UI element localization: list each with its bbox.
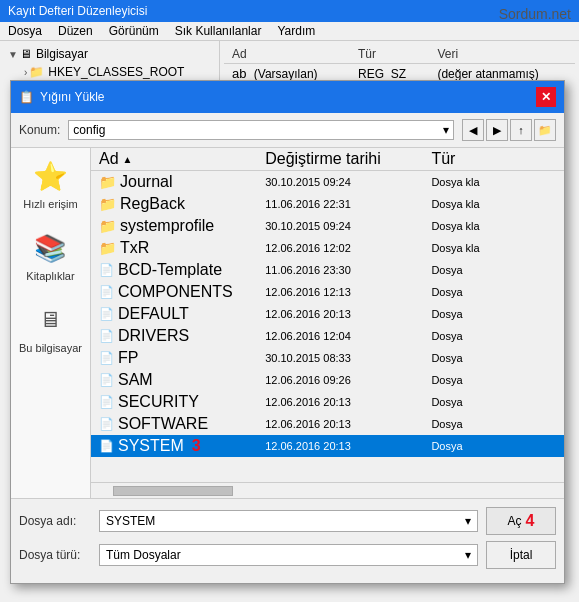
dialog-footer: Dosya adı: SYSTEM ▾ Aç 4 Dosya türü: Tüm…: [11, 498, 564, 583]
folder-icon: 📁: [99, 174, 116, 190]
file-row[interactable]: 📁 RegBack 11.06.2016 22:31 Dosya kla: [91, 193, 564, 215]
filename-chevron-icon: ▾: [465, 514, 471, 528]
file-icon: 📄: [99, 351, 114, 365]
file-row[interactable]: 📄 COMPONENTS 12.06.2016 12:13 Dosya: [91, 281, 564, 303]
file-row[interactable]: 📄 DEFAULT 12.06.2016 20:13 Dosya: [91, 303, 564, 325]
file-row[interactable]: 📄 BCD-Template 11.06.2016 23:30 Dosya: [91, 259, 564, 281]
file-type: Dosya: [431, 418, 556, 430]
file-row[interactable]: 📄 SYSTEM 3 12.06.2016 20:13 Dosya: [91, 435, 564, 457]
file-date: 11.06.2016 22:31: [265, 198, 431, 210]
file-row[interactable]: 📁 Journal 30.10.2015 09:24 Dosya kla: [91, 171, 564, 193]
file-row[interactable]: 📄 SECURITY 12.06.2016 20:13 Dosya: [91, 391, 564, 413]
menu-sik[interactable]: Sık Kullanılanlar: [175, 24, 262, 38]
file-type: Dosya: [431, 396, 556, 408]
header-type[interactable]: Tür: [431, 150, 556, 168]
location-value: config: [73, 123, 105, 137]
file-list-header: Ad ▲ Değiştirme tarihi Tür: [91, 148, 564, 171]
file-rows-container: 📁 Journal 30.10.2015 09:24 Dosya kla 📁 R…: [91, 171, 564, 482]
filename-label: Dosya adı:: [19, 514, 99, 528]
open-button[interactable]: Aç 4: [486, 507, 556, 535]
file-name: FP: [118, 349, 138, 367]
sordum-logo: Sordum.net: [499, 6, 571, 22]
sidebar-label-lib: Kitaplıklar: [26, 270, 74, 282]
computer-icon: 🖥: [20, 47, 32, 61]
file-icon: 📄: [99, 263, 114, 277]
forward-button[interactable]: ▶: [486, 119, 508, 141]
back-button[interactable]: ◀: [462, 119, 484, 141]
file-type: Dosya kla: [431, 242, 556, 254]
filename-combo[interactable]: SYSTEM ▾: [99, 510, 478, 532]
sort-arrow-icon: ▲: [123, 154, 133, 165]
col-type: Tür: [350, 45, 429, 64]
dialog-icon: 📋: [19, 90, 34, 104]
horizontal-scrollbar[interactable]: [91, 482, 564, 498]
filetype-value: Tüm Dosyalar: [106, 548, 181, 562]
file-date: 12.06.2016 20:13: [265, 396, 431, 408]
filetype-row: Dosya türü: Tüm Dosyalar ▾ İptal: [19, 541, 556, 569]
toolbar-buttons: ◀ ▶ ↑ 📁: [462, 119, 556, 141]
filename-row: Dosya adı: SYSTEM ▾ Aç 4: [19, 507, 556, 535]
registry-title-bar: Kayıt Defteri Düzenleyicisi Sordum.net: [0, 0, 579, 22]
header-date[interactable]: Değiştirme tarihi: [265, 150, 431, 168]
file-name: SOFTWARE: [118, 415, 208, 433]
file-row[interactable]: 📄 SAM 12.06.2016 09:26 Dosya: [91, 369, 564, 391]
computer-nav-icon: 🖥: [32, 302, 68, 338]
star-icon: ⭐: [32, 158, 68, 194]
col-data: Veri: [429, 45, 575, 64]
file-type: Dosya: [431, 374, 556, 386]
sidebar-label-pc: Bu bilgisayar: [19, 342, 82, 354]
filetype-combo[interactable]: Tüm Dosyalar ▾: [99, 544, 478, 566]
file-date: 12.06.2016 12:04: [265, 330, 431, 342]
sidebar-item-hizli-erisim[interactable]: ⭐ Hızlı erişim: [23, 158, 77, 210]
file-row[interactable]: 📄 DRIVERS 12.06.2016 12:04 Dosya: [91, 325, 564, 347]
file-date: 12.06.2016 09:26: [265, 374, 431, 386]
file-name: SAM: [118, 371, 153, 389]
file-icon: 📄: [99, 439, 114, 453]
file-type: Dosya kla: [431, 220, 556, 232]
menu-dosya[interactable]: Dosya: [8, 24, 42, 38]
col-name: Ad: [224, 45, 350, 64]
tree-item-hkcr[interactable]: › 📁 HKEY_CLASSES_ROOT: [20, 63, 215, 81]
menu-bar: Dosya Düzen Görünüm Sık Kullanılanlar Ya…: [0, 22, 579, 41]
scroll-thumb[interactable]: [113, 486, 233, 496]
file-name: COMPONENTS: [118, 283, 233, 301]
file-list-area: Ad ▲ Değiştirme tarihi Tür 📁 Journal 30.…: [91, 148, 564, 498]
file-name: DEFAULT: [118, 305, 189, 323]
file-type: Dosya kla: [431, 176, 556, 188]
file-row[interactable]: 📄 SOFTWARE 12.06.2016 20:13 Dosya: [91, 413, 564, 435]
file-name: RegBack: [120, 195, 185, 213]
file-type: Dosya: [431, 286, 556, 298]
location-combo[interactable]: config ▾: [68, 120, 454, 140]
menu-duzen[interactable]: Düzen: [58, 24, 93, 38]
library-icon: 📚: [32, 230, 68, 266]
file-date: 12.06.2016 20:13: [265, 418, 431, 430]
menu-yardim[interactable]: Yardım: [277, 24, 315, 38]
dialog-main: ⭐ Hızlı erişim 📚 Kitaplıklar 🖥 Bu bilgis…: [11, 148, 564, 498]
expand-arrow: ▼: [8, 49, 18, 60]
registry-title: Kayıt Defteri Düzenleyicisi: [8, 4, 147, 18]
sidebar-item-bu-bilgisayar[interactable]: 🖥 Bu bilgisayar: [19, 302, 82, 354]
header-name[interactable]: Ad ▲: [99, 150, 265, 168]
tree-root[interactable]: ▼ 🖥 Bilgisayar: [4, 45, 215, 63]
file-row[interactable]: 📁 systemprofile 30.10.2015 09:24 Dosya k…: [91, 215, 564, 237]
cancel-button[interactable]: İptal: [486, 541, 556, 569]
open-badge: 4: [526, 512, 535, 530]
new-folder-button[interactable]: 📁: [534, 119, 556, 141]
close-button[interactable]: ✕: [536, 87, 556, 107]
file-icon: 📄: [99, 395, 114, 409]
dialog-title: Yığını Yükle: [40, 90, 105, 104]
file-name: Journal: [120, 173, 172, 191]
file-date: 30.10.2015 09:24: [265, 176, 431, 188]
file-icon: 📄: [99, 373, 114, 387]
menu-gorunum[interactable]: Görünüm: [109, 24, 159, 38]
file-row[interactable]: 📁 TxR 12.06.2016 12:02 Dosya kla: [91, 237, 564, 259]
file-type: Dosya kla: [431, 198, 556, 210]
sidebar-item-kitapliklar[interactable]: 📚 Kitaplıklar: [26, 230, 74, 282]
cancel-btn-label: İptal: [510, 548, 533, 562]
file-row[interactable]: 📄 FP 30.10.2015 08:33 Dosya: [91, 347, 564, 369]
file-icon: 📄: [99, 329, 114, 343]
file-date: 30.10.2015 09:24: [265, 220, 431, 232]
folder-icon: 📁: [99, 196, 116, 212]
file-name: SECURITY: [118, 393, 199, 411]
up-button[interactable]: ↑: [510, 119, 532, 141]
